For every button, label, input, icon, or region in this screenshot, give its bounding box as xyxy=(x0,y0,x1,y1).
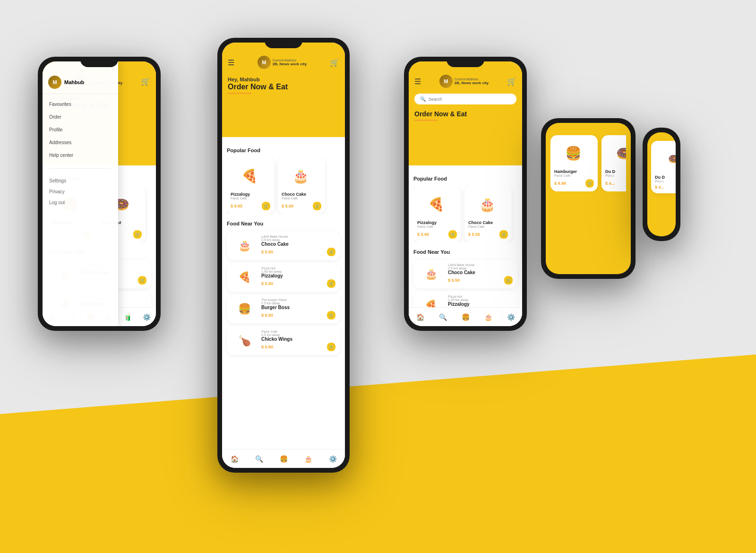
phone2-pizza-item-price: $ 5.50 xyxy=(261,281,273,286)
phone3-choco-add[interactable]: 🛒 xyxy=(499,230,508,239)
phone3-location: 2B, News work city xyxy=(455,81,489,85)
phone-5-partial: 🍩 Du D Pico c $ 4... xyxy=(643,128,680,241)
phone2-burger-rest: The burger Place 2.5 km away xyxy=(261,298,335,305)
phone3-pizza-price: $ 9.95 xyxy=(417,232,429,237)
phone2-food-icon[interactable]: 🍔 xyxy=(280,455,288,463)
phone3-choco-img: 🎂 xyxy=(468,190,506,218)
phone3-filter-icon[interactable]: ⚙️ xyxy=(507,313,515,321)
phone2-pizza-add[interactable]: 🛒 xyxy=(262,202,270,210)
phone3-bottom-nav: 🏠 🔍 🍔 🎂 ⚙️ xyxy=(409,307,522,326)
phone3-search-icon[interactable]: 🔍 xyxy=(439,313,447,321)
phone4-popular-scroll: 🍔 Hamburger Pansi Cafe $ 9.99 🛒 🍩 Du D P… xyxy=(550,135,626,191)
phone3-cart-icon[interactable]: 🛒 xyxy=(507,77,516,86)
phone2-notch xyxy=(265,38,302,48)
phone2-burger-add[interactable]: 🛒 xyxy=(327,311,335,320)
phone3-greeting: Order Now & Eat xyxy=(409,106,522,123)
phone4-hamburger-add[interactable]: 🛒 xyxy=(585,179,594,188)
phone2-wings-name: Chicko Wings xyxy=(261,337,335,342)
phone2-cart-icon[interactable]: 🛒 xyxy=(330,58,339,67)
filter-nav-icon[interactable]: ⚙️ xyxy=(143,313,151,321)
phone2-underline xyxy=(228,93,251,94)
phone2-choco-price: $ 5.50 xyxy=(282,204,293,208)
sidebar-logout[interactable]: Log out xyxy=(43,197,118,208)
phone3-pizza-cafe: Pansi Cafe xyxy=(417,225,457,228)
phone2-choco-add[interactable]: 🛒 xyxy=(313,202,321,210)
phone4-donut-img: 🍩 xyxy=(605,139,626,167)
phone3-choco-name: Choco Cake xyxy=(468,220,508,225)
floor-decoration xyxy=(0,354,756,553)
phone2-pizza-cafe: Pansi Cafe xyxy=(231,197,270,200)
phone-1: ☰ M Current Address 2B, News work city 🛒 xyxy=(38,57,161,331)
phone2-pizza-item-add[interactable]: 🛒 xyxy=(327,279,335,288)
phone2-pizza-item-img: 🍕 xyxy=(232,267,258,288)
phone2-wings-add[interactable]: 🛒 xyxy=(327,343,335,351)
phone3-popular-scroll: 🍕 Pizzalogy Pansi Cafe $ 9.95 🛒 🎂 Choco … xyxy=(413,186,517,242)
phone3-cake-icon[interactable]: 🎂 xyxy=(484,313,492,321)
donut-add-btn[interactable]: 🛒 xyxy=(133,230,142,239)
phone3-choco-rest: LAVA Bake House 2.5 km away xyxy=(448,263,513,270)
phone2-avatar-img: M xyxy=(258,56,271,69)
phone3-choco-item-price: $ 5.50 xyxy=(448,278,460,283)
phone3-home-icon[interactable]: 🏠 xyxy=(416,313,424,321)
phone3-food-choco[interactable]: 🎂 LAVA Bake House 2.5 km away Choco Cake… xyxy=(413,259,517,288)
sidebar-footer-items: Settings Privacy Log out xyxy=(43,172,118,212)
phone-4-partial: 🍔 Hamburger Pansi Cafe $ 9.99 🛒 🍩 Du D P… xyxy=(541,118,636,279)
phone2-menu-icon[interactable]: ☰ xyxy=(228,58,234,67)
phone2-cake-icon[interactable]: 🎂 xyxy=(304,455,312,463)
phone4-hamburger-price: $ 9.99 xyxy=(554,181,566,186)
drink-nav-icon[interactable]: 🧃 xyxy=(124,313,132,321)
phone3-choco-item-add[interactable]: 🛒 xyxy=(504,276,513,285)
phone4-hamburger-name: Hamburger xyxy=(554,169,594,174)
phone3-choco-item-img: 🎂 xyxy=(418,263,444,285)
phone2-search-icon[interactable]: 🔍 xyxy=(255,455,263,463)
sidebar-order[interactable]: Order xyxy=(43,111,118,123)
phone3-food-icon[interactable]: 🍔 xyxy=(462,313,470,321)
phone3-pizza-add[interactable]: 🛒 xyxy=(448,230,457,239)
phone2-wings-img: 🍗 xyxy=(232,330,258,351)
phone-2: ☰ M Current Address 2B, News work city 🛒 xyxy=(217,38,350,473)
phone3-card-choco[interactable]: 🎂 Choco Cake Pansi Cafe $ 5.50 🛒 xyxy=(464,186,512,242)
phone3-menu-icon[interactable]: ☰ xyxy=(414,77,421,86)
phone5-food-img: 🍩 xyxy=(655,145,676,173)
phone3-card-pizza[interactable]: 🍕 Pizzalogy Pansi Cafe $ 9.95 🛒 xyxy=(413,186,461,242)
phone2-food-wings[interactable]: 🍗 Pansi Cafe 2.5 km away Chicko Wings $ … xyxy=(227,326,340,355)
phone3-search-bar[interactable]: 🔍 xyxy=(414,94,516,104)
phone2-choco-item-add[interactable]: 🛒 xyxy=(327,248,335,256)
sidebar-help[interactable]: Help center xyxy=(43,149,118,162)
phone2-card-choco[interactable]: 🎂 Choco Cake Pansi Cafe $ 5.50 🛒 xyxy=(278,158,325,214)
phone4-hamburger-cafe: Pansi Cafe xyxy=(554,174,594,177)
phone3-search-icon: 🔍 xyxy=(420,96,426,102)
phone2-avatar: M xyxy=(258,56,271,69)
phone2-pizza-item-name: Pizzalogy xyxy=(261,273,335,278)
phone3-title: Order Now & Eat xyxy=(414,110,516,118)
phone3-choco-price: $ 5.50 xyxy=(468,232,480,237)
phone2-wings-rest: Pansi Cafe 2.5 km away xyxy=(261,330,335,337)
phone4-card-hamburger[interactable]: 🍔 Hamburger Pansi Cafe $ 9.99 🛒 xyxy=(550,135,598,191)
phone2-bottom-nav: 🏠 🔍 🍔 🎂 ⚙️ xyxy=(222,449,345,468)
phone2-card-pizza[interactable]: 🍕 Pizzalogy Pansi Cafe $ 9.95 🛒 xyxy=(227,158,274,214)
sidebar-favourites[interactable]: Favourites xyxy=(43,98,118,111)
phone3-search-input[interactable] xyxy=(429,97,511,102)
sidebar-addresses[interactable]: Addresses xyxy=(43,136,118,149)
phone5-card[interactable]: 🍩 Du D Pico c $ 4... xyxy=(651,141,676,193)
choco-add-btn[interactable]: 🛒 xyxy=(138,276,146,285)
phone2-choco-item-price: $ 5.50 xyxy=(261,250,273,254)
phone2-choco-rest: LAVA Bake House 2.5 km away xyxy=(261,235,335,242)
phone2-location: 2B, News work city xyxy=(273,62,307,66)
cart-icon[interactable]: 🛒 xyxy=(141,77,150,86)
phone2-food-pizza[interactable]: 🍕 Pizza Hut 1.45 km away Pizzalogy $ 5.5… xyxy=(227,263,340,292)
phone4-card-donut[interactable]: 🍩 Du D Pico c $ 4... 🛒 xyxy=(601,135,626,191)
phone2-home-icon[interactable]: 🏠 xyxy=(231,455,239,463)
phone3-location-label: Current Address xyxy=(455,78,489,81)
phone2-choco-img: 🎂 xyxy=(282,162,319,190)
phone2-food-near-title: Food Near You xyxy=(227,221,340,226)
phone5-food-name: Du D xyxy=(655,175,676,180)
phone2-food-choco[interactable]: 🎂 LAVA Bake House 2.5 km away Choco Cake… xyxy=(227,231,340,260)
sidebar-settings[interactable]: Settings xyxy=(43,175,118,186)
phone2-food-burger[interactable]: 🍔 The burger Place 2.5 km away Burger Bo… xyxy=(227,294,340,323)
sidebar-privacy[interactable]: Privacy xyxy=(43,186,118,197)
sidebar-profile[interactable]: Profile xyxy=(43,123,118,136)
phone2-filter-icon[interactable]: ⚙️ xyxy=(329,455,337,463)
phone3-avatar: M xyxy=(439,75,453,88)
phone2-wings-price: $ 5.50 xyxy=(261,345,273,349)
